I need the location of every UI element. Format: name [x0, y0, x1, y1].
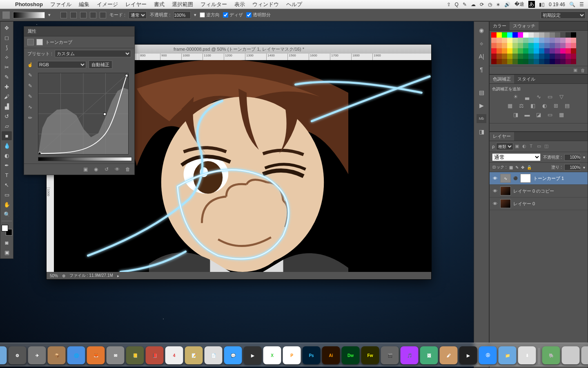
- move-tool-icon[interactable]: ✥: [2, 23, 12, 32]
- filter-shape-icon[interactable]: ▭: [537, 144, 543, 149]
- ime-icon[interactable]: あ: [528, 1, 535, 8]
- filter-img-icon[interactable]: ▣: [515, 144, 521, 149]
- swatch[interactable]: [523, 43, 528, 48]
- dock-app[interactable]: ▶: [244, 346, 262, 364]
- swatch[interactable]: [555, 59, 560, 64]
- dock-app[interactable]: 🌐: [67, 346, 85, 364]
- hand-tool-icon[interactable]: ✋: [2, 200, 12, 209]
- swatch[interactable]: [518, 32, 523, 38]
- zoom-tool-icon[interactable]: 🔍: [2, 210, 12, 219]
- opacity-input[interactable]: [174, 11, 191, 19]
- swatch[interactable]: [544, 54, 550, 59]
- dock-app[interactable]: 📦: [48, 346, 66, 364]
- menu-image[interactable]: イメージ: [93, 1, 122, 8]
- status-icon[interactable]: ⊕: [62, 274, 65, 278]
- eyedropper-tool-icon[interactable]: ✎: [2, 72, 12, 81]
- bluetooth-icon[interactable]: ∗: [496, 2, 500, 7]
- swatch[interactable]: [512, 48, 518, 54]
- swatch[interactable]: [502, 32, 507, 38]
- swatch[interactable]: [560, 48, 566, 54]
- clock-icon[interactable]: ◷: [488, 2, 492, 7]
- dock-app[interactable]: Fw: [361, 346, 379, 364]
- curve-edit-icon[interactable]: ∿: [27, 103, 34, 111]
- swatch[interactable]: [502, 54, 507, 59]
- wifi-icon[interactable]: �途: [514, 1, 524, 8]
- view-prev-icon[interactable]: ◉: [93, 166, 99, 172]
- swatch[interactable]: [534, 32, 539, 38]
- swatch[interactable]: [566, 54, 571, 59]
- swatch[interactable]: [555, 54, 560, 59]
- swatch[interactable]: [528, 43, 534, 48]
- dock-app[interactable]: 📝: [185, 346, 203, 364]
- path-tool-icon[interactable]: ↖: [2, 180, 12, 189]
- swatch[interactable]: [539, 32, 544, 38]
- dock-app[interactable]: ☺: [0, 346, 7, 364]
- swatch[interactable]: [534, 38, 539, 43]
- dodge-tool-icon[interactable]: ◐: [2, 151, 12, 160]
- swatch[interactable]: [566, 59, 571, 64]
- layer-row[interactable]: 👁レイヤー 0 のコピー: [490, 185, 588, 197]
- brightness-icon[interactable]: ☀: [512, 94, 519, 101]
- levels-icon[interactable]: ▃: [523, 94, 531, 101]
- swatch[interactable]: [560, 54, 566, 59]
- lock-trans-icon[interactable]: ▦: [509, 165, 513, 170]
- blend-mode-select[interactable]: 通常: [492, 153, 541, 161]
- dock-app[interactable]: ▶: [459, 346, 477, 364]
- menu-edit[interactable]: 編集: [75, 1, 93, 8]
- blend-mode-select[interactable]: 通常: [129, 11, 147, 19]
- swatch[interactable]: [518, 43, 523, 48]
- brush-tool-icon[interactable]: 🖌: [2, 92, 12, 101]
- swatch[interactable]: [512, 59, 518, 64]
- swatch[interactable]: [523, 32, 528, 38]
- swatch[interactable]: [507, 54, 512, 59]
- swatch[interactable]: [502, 48, 507, 54]
- dock-app[interactable]: 📕: [146, 346, 164, 364]
- filter-adj-icon[interactable]: ◐: [522, 144, 528, 149]
- dock-app[interactable]: Ai: [322, 346, 340, 364]
- paragraph-icon[interactable]: ¶: [477, 65, 486, 74]
- layers-tab[interactable]: レイヤー: [490, 132, 514, 141]
- swatch[interactable]: [512, 32, 518, 38]
- swatch[interactable]: [560, 38, 566, 43]
- swatch[interactable]: [555, 32, 560, 38]
- evernote-icon[interactable]: ✎: [463, 2, 467, 7]
- swatch[interactable]: [539, 54, 544, 59]
- selcolor-icon[interactable]: ▦: [558, 112, 565, 119]
- mb-icon[interactable]: Mb: [477, 114, 486, 123]
- gradient-angle-icon[interactable]: [80, 12, 87, 18]
- swatch[interactable]: [566, 43, 571, 48]
- swatch[interactable]: [571, 59, 576, 64]
- cloud-icon[interactable]: ☁: [471, 2, 476, 7]
- curve-pencil-icon[interactable]: ✏: [27, 114, 34, 121]
- swatch[interactable]: [544, 59, 550, 64]
- poster-icon[interactable]: ▬: [523, 112, 531, 119]
- spotlight-icon[interactable]: 🔍: [569, 2, 575, 7]
- threshold-icon[interactable]: ◪: [535, 112, 542, 119]
- delete-swatch-icon[interactable]: 🗑: [581, 68, 585, 73]
- dither-checkbox[interactable]: ディザ: [223, 12, 243, 18]
- gradient-diamond-icon[interactable]: [100, 12, 106, 18]
- workspace-select[interactable]: 初期設定: [541, 11, 586, 19]
- fg-bg-color[interactable]: [2, 225, 12, 236]
- menu-file[interactable]: ファイル: [47, 1, 75, 8]
- eyedrop-black-icon[interactable]: ✎: [27, 72, 34, 79]
- fill-input[interactable]: [564, 164, 581, 171]
- heal-tool-icon[interactable]: ✚: [2, 82, 12, 91]
- swatch[interactable]: [497, 59, 502, 64]
- swatch[interactable]: [502, 59, 507, 64]
- preset-select[interactable]: カスタム: [55, 50, 131, 57]
- swatch[interactable]: [571, 32, 576, 38]
- menu-window[interactable]: ウィンドウ: [249, 1, 283, 8]
- swatch[interactable]: [523, 59, 528, 64]
- visibility-icon[interactable]: 👁: [492, 188, 498, 193]
- swatch[interactable]: [544, 32, 550, 38]
- screenmode-icon[interactable]: ▣: [2, 248, 12, 257]
- swatch[interactable]: [502, 38, 507, 43]
- swatch[interactable]: [550, 38, 555, 43]
- menu-filter[interactable]: フィルター: [197, 1, 231, 8]
- swatch[interactable]: [518, 48, 523, 54]
- gradient-radial-icon[interactable]: [70, 12, 77, 18]
- swatch[interactable]: [523, 38, 528, 43]
- file-size[interactable]: ファイル : 11.9M/27.1M: [69, 273, 113, 278]
- swatch[interactable]: [555, 48, 560, 54]
